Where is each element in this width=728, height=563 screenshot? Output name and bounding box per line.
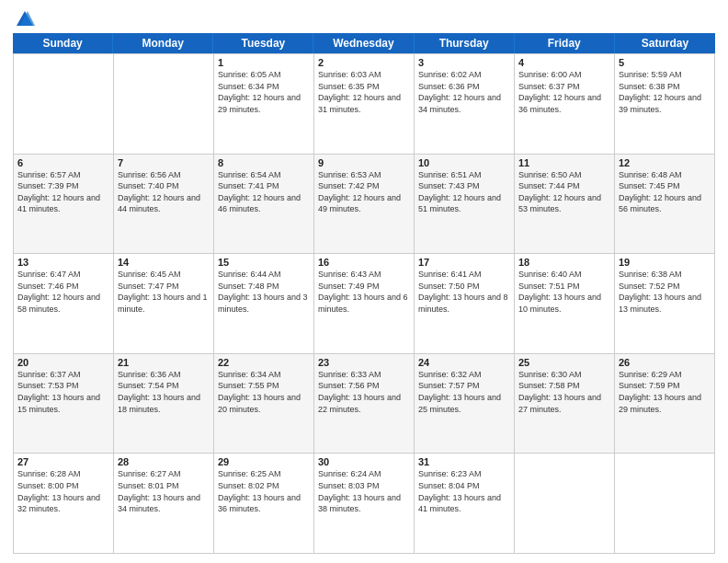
cell-info: Sunrise: 5:59 AMSunset: 6:38 PMDaylight:… <box>619 69 711 115</box>
day-number: 11 <box>518 157 610 168</box>
day-cell-25: 25Sunrise: 6:30 AMSunset: 7:58 PMDayligh… <box>515 354 615 454</box>
day-number: 24 <box>418 357 510 368</box>
day-number: 9 <box>318 157 410 168</box>
day-number: 4 <box>518 57 610 68</box>
cell-info: Sunrise: 6:50 AMSunset: 7:44 PMDaylight:… <box>518 169 610 215</box>
day-header-saturday: Saturday <box>615 33 715 53</box>
day-number: 8 <box>218 157 310 168</box>
day-number: 7 <box>118 157 210 168</box>
day-cell-21: 21Sunrise: 6:36 AMSunset: 7:54 PMDayligh… <box>114 354 214 454</box>
day-header-monday: Monday <box>113 33 213 53</box>
day-cell-15: 15Sunrise: 6:44 AMSunset: 7:48 PMDayligh… <box>214 254 314 353</box>
day-cell-6: 6Sunrise: 6:57 AMSunset: 7:39 PMDaylight… <box>14 155 114 254</box>
day-number: 18 <box>518 257 610 268</box>
day-number: 5 <box>619 57 711 68</box>
day-cell-2: 2Sunrise: 6:03 AMSunset: 6:35 PMDaylight… <box>314 54 415 154</box>
day-number: 16 <box>318 257 410 268</box>
day-cell-3: 3Sunrise: 6:02 AMSunset: 6:36 PMDaylight… <box>415 54 515 154</box>
cell-info: Sunrise: 6:48 AMSunset: 7:45 PMDaylight:… <box>619 169 711 215</box>
cell-info: Sunrise: 6:03 AMSunset: 6:35 PMDaylight:… <box>318 69 410 115</box>
day-cell-8: 8Sunrise: 6:54 AMSunset: 7:41 PMDaylight… <box>214 155 314 254</box>
day-number: 6 <box>17 157 109 168</box>
cell-info: Sunrise: 6:57 AMSunset: 7:39 PMDaylight:… <box>17 169 109 215</box>
day-number: 14 <box>118 257 210 268</box>
cell-info: Sunrise: 6:56 AMSunset: 7:40 PMDaylight:… <box>118 169 210 215</box>
logo <box>13 9 35 28</box>
day-cell-17: 17Sunrise: 6:41 AMSunset: 7:50 PMDayligh… <box>415 254 515 353</box>
day-number: 12 <box>619 157 711 168</box>
cell-info: Sunrise: 6:27 AMSunset: 8:01 PMDaylight:… <box>118 468 210 514</box>
day-cell-31: 31Sunrise: 6:23 AMSunset: 8:04 PMDayligh… <box>415 454 515 553</box>
day-number: 29 <box>218 456 310 467</box>
day-cell-18: 18Sunrise: 6:40 AMSunset: 7:51 PMDayligh… <box>515 254 615 353</box>
day-number: 22 <box>218 357 310 368</box>
cell-info: Sunrise: 6:05 AMSunset: 6:34 PMDaylight:… <box>218 69 310 115</box>
day-number: 21 <box>118 357 210 368</box>
day-number: 3 <box>418 57 510 68</box>
cell-info: Sunrise: 6:32 AMSunset: 7:57 PMDaylight:… <box>418 369 510 415</box>
day-cell-28: 28Sunrise: 6:27 AMSunset: 8:01 PMDayligh… <box>114 454 214 553</box>
calendar-row-2: 13Sunrise: 6:47 AMSunset: 7:46 PMDayligh… <box>14 254 715 354</box>
calendar-row-4: 27Sunrise: 6:28 AMSunset: 8:00 PMDayligh… <box>14 454 715 554</box>
cell-info: Sunrise: 6:43 AMSunset: 7:49 PMDaylight:… <box>318 269 410 315</box>
day-cell-7: 7Sunrise: 6:56 AMSunset: 7:40 PMDaylight… <box>114 155 214 254</box>
empty-cell <box>615 454 715 553</box>
cell-info: Sunrise: 6:02 AMSunset: 6:36 PMDaylight:… <box>418 69 510 115</box>
day-cell-12: 12Sunrise: 6:48 AMSunset: 7:45 PMDayligh… <box>615 155 715 254</box>
logo-icon <box>15 9 35 29</box>
day-number: 27 <box>17 456 109 467</box>
cell-info: Sunrise: 6:38 AMSunset: 7:52 PMDaylight:… <box>619 269 711 315</box>
day-cell-22: 22Sunrise: 6:34 AMSunset: 7:55 PMDayligh… <box>214 354 314 454</box>
cell-info: Sunrise: 6:28 AMSunset: 8:00 PMDaylight:… <box>17 468 109 514</box>
empty-cell <box>515 454 615 553</box>
cell-info: Sunrise: 6:44 AMSunset: 7:48 PMDaylight:… <box>218 269 310 315</box>
day-number: 30 <box>318 456 410 467</box>
cell-info: Sunrise: 6:51 AMSunset: 7:43 PMDaylight:… <box>418 169 510 215</box>
day-number: 10 <box>418 157 510 168</box>
day-cell-14: 14Sunrise: 6:45 AMSunset: 7:47 PMDayligh… <box>114 254 214 353</box>
cell-info: Sunrise: 6:33 AMSunset: 7:56 PMDaylight:… <box>318 369 410 415</box>
day-cell-27: 27Sunrise: 6:28 AMSunset: 8:00 PMDayligh… <box>14 454 114 553</box>
day-header-wednesday: Wednesday <box>313 33 414 53</box>
cell-info: Sunrise: 6:53 AMSunset: 7:42 PMDaylight:… <box>318 169 410 215</box>
day-cell-11: 11Sunrise: 6:50 AMSunset: 7:44 PMDayligh… <box>515 155 615 254</box>
cell-info: Sunrise: 6:37 AMSunset: 7:53 PMDaylight:… <box>17 369 109 415</box>
day-number: 2 <box>318 57 410 68</box>
calendar-header: SundayMondayTuesdayWednesdayThursdayFrid… <box>13 33 715 53</box>
cell-info: Sunrise: 6:40 AMSunset: 7:51 PMDaylight:… <box>518 269 610 315</box>
calendar-row-1: 6Sunrise: 6:57 AMSunset: 7:39 PMDaylight… <box>14 155 715 255</box>
cell-info: Sunrise: 6:36 AMSunset: 7:54 PMDaylight:… <box>118 369 210 415</box>
cell-info: Sunrise: 6:30 AMSunset: 7:58 PMDaylight:… <box>518 369 610 415</box>
cell-info: Sunrise: 6:47 AMSunset: 7:46 PMDaylight:… <box>17 269 109 315</box>
day-cell-9: 9Sunrise: 6:53 AMSunset: 7:42 PMDaylight… <box>314 155 415 254</box>
day-cell-1: 1Sunrise: 6:05 AMSunset: 6:34 PMDaylight… <box>214 54 314 154</box>
cell-info: Sunrise: 6:24 AMSunset: 8:03 PMDaylight:… <box>318 468 410 514</box>
day-header-thursday: Thursday <box>415 33 515 53</box>
cell-info: Sunrise: 6:34 AMSunset: 7:55 PMDaylight:… <box>218 369 310 415</box>
day-number: 15 <box>218 257 310 268</box>
day-number: 1 <box>218 57 310 68</box>
day-cell-23: 23Sunrise: 6:33 AMSunset: 7:56 PMDayligh… <box>314 354 415 454</box>
day-number: 13 <box>17 257 109 268</box>
day-header-sunday: Sunday <box>13 33 113 53</box>
day-cell-10: 10Sunrise: 6:51 AMSunset: 7:43 PMDayligh… <box>415 155 515 254</box>
page: SundayMondayTuesdayWednesdayThursdayFrid… <box>0 0 728 563</box>
day-number: 17 <box>418 257 510 268</box>
cell-info: Sunrise: 6:45 AMSunset: 7:47 PMDaylight:… <box>118 269 210 315</box>
day-cell-4: 4Sunrise: 6:00 AMSunset: 6:37 PMDaylight… <box>515 54 615 154</box>
day-header-friday: Friday <box>515 33 615 53</box>
logo-text <box>13 9 35 29</box>
calendar-body: 1Sunrise: 6:05 AMSunset: 6:34 PMDaylight… <box>13 53 715 554</box>
cell-info: Sunrise: 6:25 AMSunset: 8:02 PMDaylight:… <box>218 468 310 514</box>
day-cell-5: 5Sunrise: 5:59 AMSunset: 6:38 PMDaylight… <box>615 54 715 154</box>
empty-cell <box>14 54 114 154</box>
cell-info: Sunrise: 6:41 AMSunset: 7:50 PMDaylight:… <box>418 269 510 315</box>
day-cell-13: 13Sunrise: 6:47 AMSunset: 7:46 PMDayligh… <box>14 254 114 353</box>
day-number: 25 <box>518 357 610 368</box>
day-cell-19: 19Sunrise: 6:38 AMSunset: 7:52 PMDayligh… <box>615 254 715 353</box>
day-number: 31 <box>418 456 510 467</box>
calendar-row-0: 1Sunrise: 6:05 AMSunset: 6:34 PMDaylight… <box>14 54 715 155</box>
calendar-row-3: 20Sunrise: 6:37 AMSunset: 7:53 PMDayligh… <box>14 354 715 454</box>
calendar: SundayMondayTuesdayWednesdayThursdayFrid… <box>13 33 715 554</box>
day-header-tuesday: Tuesday <box>213 33 313 53</box>
